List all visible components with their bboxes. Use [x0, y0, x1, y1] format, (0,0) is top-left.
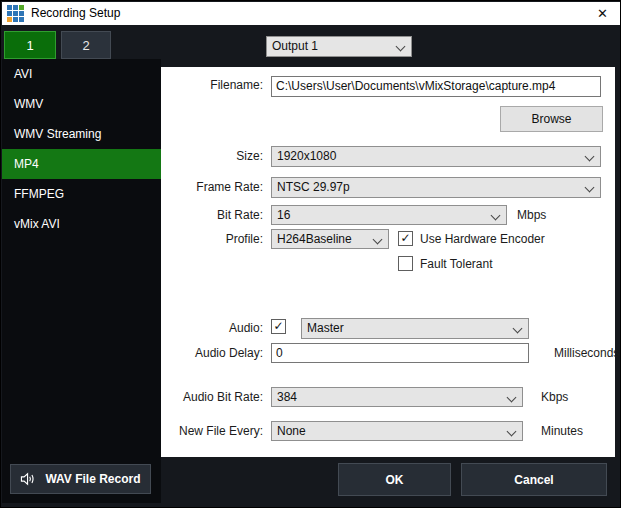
tab-output-1[interactable]: 1	[4, 31, 56, 59]
bit-rate-select-value: 16	[277, 208, 290, 222]
audio-delay-unit: Milliseconds	[554, 346, 619, 360]
chevron-down-icon	[585, 152, 595, 162]
sidebar-item-wmv[interactable]: WMV	[2, 89, 161, 119]
close-icon[interactable]: ✕	[597, 5, 608, 22]
frame-rate-label: Frame Rate:	[161, 180, 263, 194]
new-file-every-label: New File Every:	[161, 424, 263, 438]
output-select[interactable]: Output 1	[266, 36, 412, 57]
wav-file-record-label: WAV File Record	[45, 472, 140, 486]
use-hardware-encoder-label: Use Hardware Encoder	[420, 232, 545, 246]
profile-select[interactable]: H264Baseline	[271, 229, 389, 249]
audio-checkbox[interactable]: ✓	[271, 319, 286, 334]
audio-bus-select-value: Master	[307, 321, 344, 335]
sidebar-item-vmix-avi[interactable]: vMix AVI	[2, 209, 161, 239]
bit-rate-select[interactable]: 16	[271, 205, 507, 225]
new-file-every-select-value: None	[277, 424, 306, 438]
title-bar: Recording Setup ✕	[2, 2, 621, 25]
audio-bit-rate-select-value: 384	[277, 390, 297, 404]
chevron-down-icon	[585, 183, 595, 193]
size-select-value: 1920x1080	[277, 149, 336, 163]
audio-bit-rate-select[interactable]: 384	[271, 387, 523, 407]
format-sidebar: AVIWMVWMV StreamingMP4FFMPEGvMix AVI	[2, 59, 161, 503]
filename-input[interactable]: C:\Users\User\Documents\vMixStorage\capt…	[271, 76, 601, 97]
audio-delay-input[interactable]: 0	[271, 343, 529, 363]
size-label: Size:	[161, 149, 263, 163]
chevron-down-icon	[396, 42, 406, 52]
sidebar-item-avi[interactable]: AVI	[2, 59, 161, 89]
fault-tolerant-label: Fault Tolerant	[420, 257, 493, 271]
chevron-down-icon	[513, 324, 523, 334]
settings-panel: Filename: C:\Users\User\Documents\vMixSt…	[161, 67, 615, 457]
size-select[interactable]: 1920x1080	[271, 146, 601, 167]
audio-label: Audio:	[161, 321, 263, 335]
audio-bus-select[interactable]: Master	[301, 318, 529, 339]
chevron-down-icon	[491, 211, 501, 221]
wav-file-record-button[interactable]: WAV File Record	[10, 464, 151, 494]
cancel-button[interactable]: Cancel	[461, 463, 607, 496]
bit-rate-unit: Mbps	[517, 208, 546, 222]
tab-output-2[interactable]: 2	[61, 31, 111, 59]
sidebar-item-ffmpeg[interactable]: FFMPEG	[2, 179, 161, 209]
chevron-down-icon	[373, 235, 383, 245]
speaker-icon	[20, 472, 36, 486]
new-file-every-select[interactable]: None	[271, 421, 523, 441]
profile-select-value: H264Baseline	[277, 232, 352, 246]
bit-rate-label: Bit Rate:	[161, 208, 263, 222]
recording-setup-dialog: Recording Setup ✕ 1 2 Output 1 AVIWMVWMV…	[0, 0, 621, 508]
audio-bit-rate-unit: Kbps	[541, 390, 568, 404]
vmix-logo-icon	[7, 5, 24, 22]
audio-bit-rate-label: Audio Bit Rate:	[161, 390, 263, 404]
ok-button[interactable]: OK	[338, 463, 451, 496]
fault-tolerant-checkbox[interactable]	[398, 256, 413, 271]
dialog-title: Recording Setup	[31, 6, 120, 20]
output-select-value: Output 1	[272, 39, 318, 53]
use-hardware-encoder-checkbox[interactable]: ✓	[398, 231, 413, 246]
sidebar-item-mp4[interactable]: MP4	[2, 149, 161, 179]
browse-button[interactable]: Browse	[500, 106, 603, 132]
sidebar-item-wmv-streaming[interactable]: WMV Streaming	[2, 119, 161, 149]
frame-rate-select-value: NTSC 29.97p	[277, 180, 350, 194]
chevron-down-icon	[507, 427, 517, 437]
chevron-down-icon	[507, 393, 517, 403]
filename-label: Filename:	[161, 78, 263, 92]
frame-rate-select[interactable]: NTSC 29.97p	[271, 177, 601, 198]
profile-label: Profile:	[161, 232, 263, 246]
audio-delay-label: Audio Delay:	[161, 346, 263, 360]
new-file-every-unit: Minutes	[541, 424, 583, 438]
